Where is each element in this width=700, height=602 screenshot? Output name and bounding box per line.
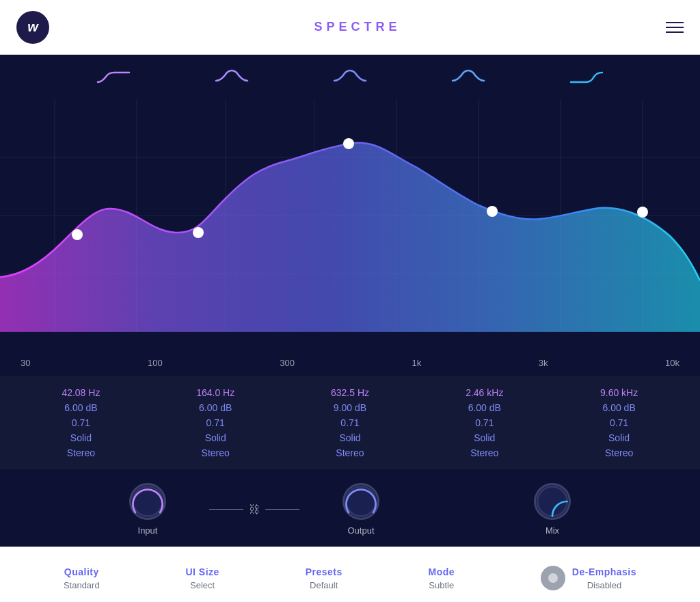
band-col-2: 632.5 Hz 9.00 dB 0.71 Solid Stereo — [283, 387, 418, 458]
mode-item[interactable]: Mode Subtle — [429, 566, 455, 590]
band-0-type[interactable]: Solid — [70, 432, 92, 443]
quality-label: Quality — [64, 566, 99, 577]
band-3-q[interactable]: 0.71 — [475, 417, 494, 428]
presets-label: Presets — [306, 566, 342, 577]
logo-letter: w — [27, 19, 38, 35]
filter-icon-3[interactable] — [448, 67, 489, 92]
output-knob[interactable] — [342, 483, 379, 520]
mix-knob[interactable] — [534, 483, 571, 520]
freq-label-3k: 3k — [539, 358, 548, 368]
freq-label-30: 30 — [21, 358, 30, 368]
band-0-gain[interactable]: 6.00 dB — [64, 402, 97, 413]
band-3-freq[interactable]: 2.46 kHz — [466, 387, 503, 398]
toggle-dot — [548, 573, 558, 583]
control-panel: 42.08 Hz 6.00 dB 0.71 Solid Stereo 164.0… — [0, 376, 700, 469]
freq-label-300: 300 — [280, 358, 295, 368]
band-col-0: 42.08 Hz 6.00 dB 0.71 Solid Stereo — [14, 387, 148, 458]
band-col-3: 2.46 kHz 6.00 dB 0.71 Solid Stereo — [417, 387, 552, 458]
mix-knob-group: Mix — [498, 483, 607, 536]
menu-button[interactable] — [666, 22, 684, 33]
io-line-left — [209, 509, 243, 510]
band-0-freq[interactable]: 42.08 Hz — [62, 387, 100, 398]
ui-size-label: UI Size — [185, 566, 219, 577]
band-1-q[interactable]: 0.71 — [206, 417, 225, 428]
de-emphasis-item: De-Emphasis Disabled — [572, 566, 636, 590]
band-dot-0[interactable] — [72, 229, 83, 240]
knobs-section: Input ⛓ Output Mix — [0, 469, 700, 547]
band-0-q[interactable]: 0.71 — [72, 417, 90, 428]
band-dot-3[interactable] — [487, 206, 498, 217]
band-1-freq[interactable]: 164.0 Hz — [196, 387, 234, 398]
ui-size-value: Select — [190, 580, 215, 590]
hamburger-line-1 — [666, 22, 684, 23]
input-knob[interactable] — [129, 483, 166, 520]
svg-point-11 — [133, 486, 162, 516]
eq-section: 30 100 300 1k 3k 10k — [0, 55, 700, 376]
band-4-channel[interactable]: Stereo — [605, 447, 633, 458]
io-line-right — [265, 509, 299, 510]
band-2-q[interactable]: 0.71 — [340, 417, 359, 428]
presets-value: Default — [310, 580, 338, 590]
header: w SPECTRE — [0, 0, 700, 55]
io-connector: ⛓ — [209, 503, 299, 516]
hamburger-line-2 — [666, 27, 684, 28]
ui-size-item[interactable]: UI Size Select — [185, 566, 219, 590]
eq-curve[interactable] — [0, 99, 700, 332]
band-4-type[interactable]: Solid — [608, 432, 630, 443]
freq-label-10k: 10k — [665, 358, 679, 368]
band-col-4: 9.60 kHz 6.00 dB 0.71 Solid Stereo — [552, 387, 686, 458]
input-knob-group: Input — [93, 483, 202, 536]
band-0-channel[interactable]: Stereo — [67, 447, 95, 458]
de-emphasis-toggle[interactable] — [541, 566, 565, 590]
output-knob-group: Output — [306, 483, 416, 536]
freq-label-100: 100 — [148, 358, 163, 368]
band-2-channel[interactable]: Stereo — [336, 447, 364, 458]
band-4-q[interactable]: 0.71 — [610, 417, 628, 428]
band-dot-1[interactable] — [193, 227, 204, 238]
band-3-type[interactable]: Solid — [474, 432, 495, 443]
band-3-channel[interactable]: Stereo — [470, 447, 498, 458]
band-2-gain[interactable]: 9.00 dB — [334, 402, 366, 413]
app-title: SPECTRE — [314, 20, 401, 34]
filter-icon-0[interactable] — [93, 67, 134, 92]
mix-label: Mix — [546, 525, 559, 536]
svg-point-12 — [346, 486, 375, 516]
output-label: Output — [347, 525, 374, 536]
band-controls: 42.08 Hz 6.00 dB 0.71 Solid Stereo 164.0… — [0, 387, 700, 458]
filter-icon-2[interactable] — [329, 67, 371, 92]
filter-icons-row — [0, 55, 700, 92]
band-2-freq[interactable]: 632.5 Hz — [331, 387, 369, 398]
input-label: Input — [138, 525, 158, 536]
band-1-gain[interactable]: 6.00 dB — [199, 402, 232, 413]
band-3-gain[interactable]: 6.00 dB — [468, 402, 501, 413]
mode-label: Mode — [429, 566, 455, 577]
de-emphasis-value: Disabled — [587, 580, 622, 590]
quality-item[interactable]: Quality Standard — [64, 566, 100, 590]
band-dot-4[interactable] — [637, 207, 648, 218]
bottom-bar: Quality Standard UI Size Select Presets … — [0, 547, 700, 602]
band-4-gain[interactable]: 6.00 dB — [602, 402, 635, 413]
band-1-type[interactable]: Solid — [205, 432, 226, 443]
band-1-channel[interactable]: Stereo — [202, 447, 230, 458]
freq-label-1k: 1k — [412, 358, 421, 368]
de-emphasis-label: De-Emphasis — [572, 566, 636, 577]
link-icon: ⛓ — [249, 503, 260, 516]
logo[interactable]: w — [16, 11, 49, 44]
hamburger-line-3 — [666, 31, 684, 33]
filter-icon-1[interactable] — [211, 67, 252, 92]
band-col-1: 164.0 Hz 6.00 dB 0.71 Solid Stereo — [148, 387, 283, 458]
band-4-freq[interactable]: 9.60 kHz — [600, 387, 638, 398]
filter-icon-4[interactable] — [566, 67, 607, 92]
band-dot-2[interactable] — [343, 138, 354, 149]
band-2-type[interactable]: Solid — [339, 432, 360, 443]
mode-value: Subtle — [429, 580, 454, 590]
freq-labels: 30 100 300 1k 3k 10k — [0, 358, 700, 368]
presets-item[interactable]: Presets Default — [306, 566, 342, 590]
quality-value: Standard — [64, 580, 100, 590]
de-emphasis-group[interactable]: De-Emphasis Disabled — [541, 566, 636, 590]
